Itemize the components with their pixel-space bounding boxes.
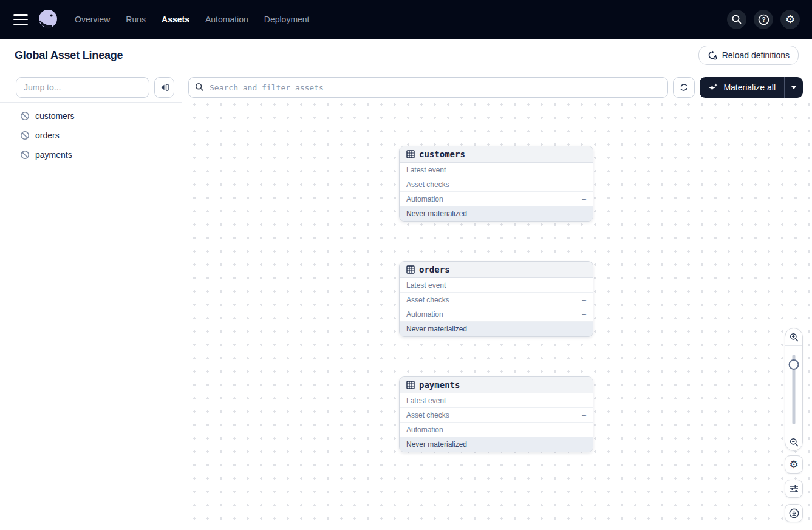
nav-item-deployment[interactable]: Deployment: [264, 15, 310, 24]
node-row-automation: Automation–: [400, 307, 593, 322]
dagster-logo-icon[interactable]: [36, 8, 60, 31]
sparkle-icon: [708, 83, 718, 93]
gear-icon: ⚙: [789, 460, 798, 470]
download-view-button[interactable]: [785, 504, 803, 522]
canvas-toolbar: Materialize all: [182, 72, 812, 103]
sidebar-toolbar: [0, 72, 182, 103]
reload-definitions-label: Reload definitions: [722, 50, 790, 60]
help-icon[interactable]: ?: [754, 10, 773, 29]
node-status: Never materialized: [400, 437, 593, 452]
table-icon: [406, 265, 415, 274]
zoom-slider-thumb[interactable]: [789, 359, 799, 370]
lineage-main: Materialize all customers Late: [182, 72, 812, 530]
gear-icon[interactable]: ⚙: [780, 10, 800, 29]
tune-icon: [790, 484, 799, 493]
top-nav: Overview Runs Assets Automation Deployme…: [0, 0, 812, 39]
materialize-all-group: Materialize all: [700, 77, 803, 98]
hamburger-menu-icon[interactable]: [13, 14, 28, 25]
dagster-app: Overview Runs Assets Automation Deployme…: [0, 0, 812, 530]
nav-links: Overview Runs Assets Automation Deployme…: [75, 15, 310, 24]
asset-node-title: orders: [419, 265, 450, 274]
node-row-latest-event: Latest event: [400, 278, 593, 293]
slashed-circle-icon: [20, 131, 30, 140]
node-status: Never materialized: [400, 322, 593, 336]
sidebar-item-label: customers: [35, 111, 75, 121]
node-row-asset-checks: Asset checks–: [400, 408, 593, 423]
page-title: Global Asset Lineage: [15, 49, 123, 62]
zoom-out-icon: [790, 438, 799, 447]
asset-node-payments[interactable]: payments Latest event Asset checks– Auto…: [399, 376, 593, 452]
svg-text:?: ?: [762, 16, 765, 23]
table-icon: [406, 150, 415, 158]
asset-search-input[interactable]: [188, 77, 668, 98]
page-header: Global Asset Lineage Reload definitions: [0, 39, 812, 72]
nav-item-automation[interactable]: Automation: [205, 15, 248, 24]
nav-item-assets[interactable]: Assets: [162, 15, 189, 24]
refresh-button[interactable]: [673, 77, 695, 98]
zoom-controls: [785, 328, 803, 451]
asset-node-orders[interactable]: orders Latest event Asset checks– Automa…: [399, 261, 593, 337]
sidebar-asset-list: customers orders payments: [0, 103, 182, 165]
graph-settings-button[interactable]: ⚙: [785, 455, 803, 474]
asset-node-title: customers: [419, 149, 465, 159]
materialize-options-button[interactable]: [785, 77, 803, 98]
chevron-down-icon: [791, 86, 796, 89]
reload-definitions-button[interactable]: Reload definitions: [698, 46, 799, 65]
nav-item-runs[interactable]: Runs: [126, 15, 146, 24]
zoom-slider[interactable]: [785, 346, 802, 433]
collapse-panel-icon: [160, 83, 169, 92]
lineage-sidebar: customers orders payments: [0, 72, 182, 530]
node-row-latest-event: Latest event: [400, 393, 593, 408]
materialize-all-button[interactable]: Materialize all: [700, 77, 784, 98]
search-icon: [195, 83, 204, 92]
filter-options-button[interactable]: [785, 480, 803, 498]
jump-to-input[interactable]: [16, 77, 149, 98]
node-row-latest-event: Latest event: [400, 163, 593, 177]
zoom-in-icon: [790, 333, 799, 342]
sidebar-item-label: payments: [35, 150, 72, 160]
download-view-icon: [789, 508, 799, 518]
zoom-in-button[interactable]: [785, 328, 802, 345]
collapse-panel-button[interactable]: [154, 77, 174, 98]
node-row-automation: Automation–: [400, 423, 593, 437]
sidebar-item-payments[interactable]: payments: [0, 145, 182, 165]
nav-item-overview[interactable]: Overview: [75, 15, 110, 24]
materialize-all-label: Materialize all: [723, 83, 776, 92]
reload-icon: [708, 50, 717, 60]
node-row-asset-checks: Asset checks–: [400, 293, 593, 307]
sidebar-item-customers[interactable]: customers: [0, 106, 182, 126]
slashed-circle-icon: [20, 111, 30, 121]
asset-node-customers[interactable]: customers Latest event Asset checks– Aut…: [399, 146, 593, 222]
node-row-automation: Automation–: [400, 192, 593, 206]
refresh-icon: [679, 83, 689, 92]
zoom-out-button[interactable]: [785, 433, 802, 450]
sidebar-item-orders[interactable]: orders: [0, 126, 182, 145]
node-row-asset-checks: Asset checks–: [400, 177, 593, 192]
slashed-circle-icon: [20, 150, 30, 160]
node-status: Never materialized: [400, 206, 593, 221]
asset-node-title: payments: [419, 380, 460, 390]
sidebar-item-label: orders: [35, 131, 60, 140]
table-icon: [406, 381, 415, 389]
search-icon[interactable]: [727, 10, 746, 29]
lineage-canvas[interactable]: customers Latest event Asset checks– Aut…: [182, 103, 812, 530]
